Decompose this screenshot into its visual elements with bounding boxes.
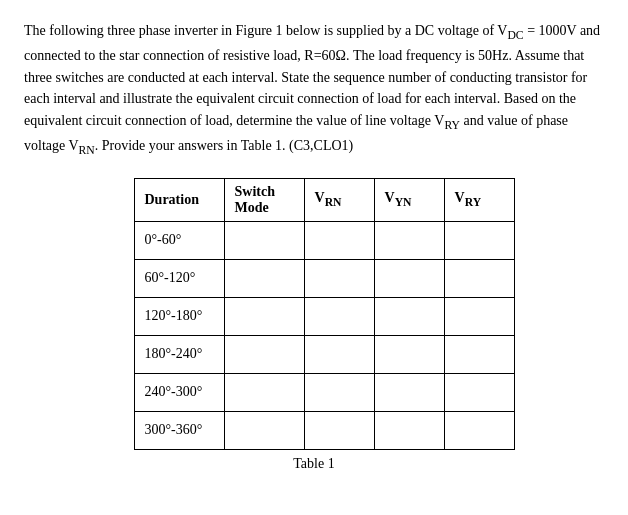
table-row: 300°-360°	[134, 411, 514, 449]
cell-vrn	[304, 411, 374, 449]
table-header-row: Duration Switch Mode VRN VYN VRY	[134, 178, 514, 221]
cell-vry	[444, 297, 514, 335]
cell-duration: 60°-120°	[134, 259, 224, 297]
cell-duration: 240°-300°	[134, 373, 224, 411]
table-row: 60°-120°	[134, 259, 514, 297]
cell-vry	[444, 259, 514, 297]
table-body: 0°-60°60°-120°120°-180°180°-240°240°-300…	[134, 221, 514, 449]
cell-vrn	[304, 221, 374, 259]
cell-switch-mode	[224, 259, 304, 297]
vry-subscript: RY	[444, 119, 460, 132]
cell-vyn	[374, 259, 444, 297]
vry-header-sub: RY	[465, 196, 481, 209]
question-paragraph: The following three phase inverter in Fi…	[24, 20, 604, 160]
table-row: 240°-300°	[134, 373, 514, 411]
table-wrapper: Duration Switch Mode VRN VYN VRY	[24, 178, 604, 472]
table-row: 0°-60°	[134, 221, 514, 259]
header-vry: VRY	[444, 178, 514, 221]
paragraph-text: The following three phase inverter in Fi…	[24, 23, 600, 153]
cell-duration: 0°-60°	[134, 221, 224, 259]
cell-switch-mode	[224, 373, 304, 411]
cell-vry	[444, 221, 514, 259]
header-vyn: VYN	[374, 178, 444, 221]
cell-vry	[444, 373, 514, 411]
cell-switch-mode	[224, 411, 304, 449]
table-caption: Table 1	[293, 456, 334, 472]
vrn-header-sub: RN	[325, 196, 342, 209]
header-duration: Duration	[134, 178, 224, 221]
vrn-subscript: RN	[79, 144, 95, 157]
cell-vry	[444, 335, 514, 373]
header-vrn: VRN	[304, 178, 374, 221]
cell-vrn	[304, 335, 374, 373]
cell-vrn	[304, 373, 374, 411]
header-switch-mode: Switch Mode	[224, 178, 304, 221]
cell-duration: 120°-180°	[134, 297, 224, 335]
cell-duration: 180°-240°	[134, 335, 224, 373]
cell-switch-mode	[224, 335, 304, 373]
vdc-subscript: DC	[507, 29, 523, 42]
cell-duration: 300°-360°	[134, 411, 224, 449]
table-row: 180°-240°	[134, 335, 514, 373]
answer-table: Duration Switch Mode VRN VYN VRY	[134, 178, 515, 450]
cell-switch-mode	[224, 297, 304, 335]
cell-vrn	[304, 297, 374, 335]
cell-vyn	[374, 297, 444, 335]
cell-vrn	[304, 259, 374, 297]
cell-vry	[444, 411, 514, 449]
cell-vyn	[374, 221, 444, 259]
cell-switch-mode	[224, 221, 304, 259]
cell-vyn	[374, 335, 444, 373]
vyn-header-sub: YN	[395, 196, 412, 209]
cell-vyn	[374, 373, 444, 411]
table-row: 120°-180°	[134, 297, 514, 335]
cell-vyn	[374, 411, 444, 449]
